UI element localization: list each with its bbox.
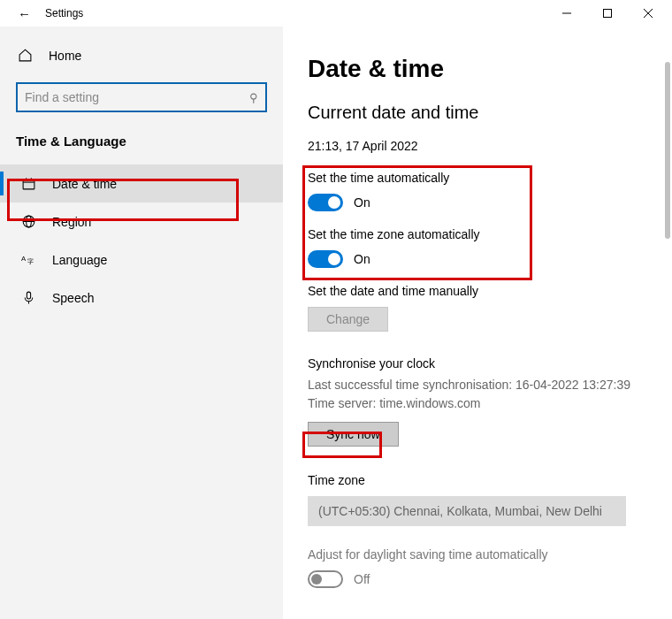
set-tz-auto-toggle[interactable] xyxy=(308,250,343,268)
svg-text:字: 字 xyxy=(27,258,34,265)
main-content: Date & time Current date and time 21:13,… xyxy=(283,27,672,619)
calendar-clock-icon xyxy=(21,176,36,191)
set-time-auto-state: On xyxy=(354,195,370,210)
sidebar-home-label: Home xyxy=(49,49,81,63)
home-icon xyxy=(18,48,33,63)
sidebar-item-label: Language xyxy=(52,253,107,267)
current-datetime-value: 21:13, 17 April 2022 xyxy=(308,139,654,153)
close-button[interactable] xyxy=(628,0,668,27)
svg-rect-13 xyxy=(27,292,30,299)
svg-rect-4 xyxy=(23,180,34,189)
change-button: Change xyxy=(308,307,388,332)
set-manual-label: Set the date and time manually xyxy=(308,284,654,298)
section-current-datetime: Current date and time xyxy=(308,103,654,123)
dst-state: Off xyxy=(354,572,370,586)
sidebar-item-label: Speech xyxy=(52,291,94,305)
sidebar-item-date-time[interactable]: Date & time xyxy=(0,164,283,203)
search-input[interactable] xyxy=(25,90,249,104)
sidebar-item-language[interactable]: A字 Language xyxy=(0,241,283,279)
scrollbar[interactable] xyxy=(665,62,670,239)
svg-rect-1 xyxy=(604,10,612,18)
window-title: Settings xyxy=(45,7,83,19)
page-title: Date & time xyxy=(308,55,654,83)
svg-text:A: A xyxy=(21,255,27,263)
language-icon: A字 xyxy=(21,252,36,267)
sync-last-text: Last successful time synchronisation: 16… xyxy=(308,376,654,394)
sync-heading: Synchronise your clock xyxy=(308,356,654,371)
sidebar-item-label: Date & time xyxy=(52,177,117,191)
titlebar: ← Settings xyxy=(0,0,672,27)
search-icon: ⚲ xyxy=(249,91,258,104)
sync-now-button[interactable]: Sync now xyxy=(308,422,399,447)
tz-select: (UTC+05:30) Chennai, Kolkata, Mumbai, Ne… xyxy=(308,496,626,526)
minimize-button[interactable] xyxy=(546,0,587,27)
set-tz-auto-label: Set the time zone automatically xyxy=(308,227,654,241)
sidebar-item-speech[interactable]: Speech xyxy=(0,279,283,317)
sidebar-section-title: Time & Language xyxy=(0,128,283,164)
maximize-button[interactable] xyxy=(587,0,628,27)
microphone-icon xyxy=(21,290,36,305)
dst-toggle xyxy=(308,570,343,588)
dst-label: Adjust for daylight saving time automati… xyxy=(308,547,654,562)
set-tz-auto-state: On xyxy=(354,252,370,266)
search-input-wrap[interactable]: ⚲ xyxy=(16,82,267,112)
back-button[interactable]: ← xyxy=(18,6,31,21)
sidebar-item-label: Region xyxy=(52,215,91,229)
set-time-auto-label: Set the time automatically xyxy=(308,171,654,185)
sidebar-item-region[interactable]: Region xyxy=(0,203,283,241)
globe-icon xyxy=(21,214,36,229)
set-time-auto-toggle[interactable] xyxy=(308,194,343,211)
sidebar: Home ⚲ Time & Language Date & time Regio… xyxy=(0,27,283,619)
tz-heading: Time zone xyxy=(308,473,654,487)
sidebar-home[interactable]: Home xyxy=(0,39,283,72)
sync-server-text: Time server: time.windows.com xyxy=(308,394,654,413)
